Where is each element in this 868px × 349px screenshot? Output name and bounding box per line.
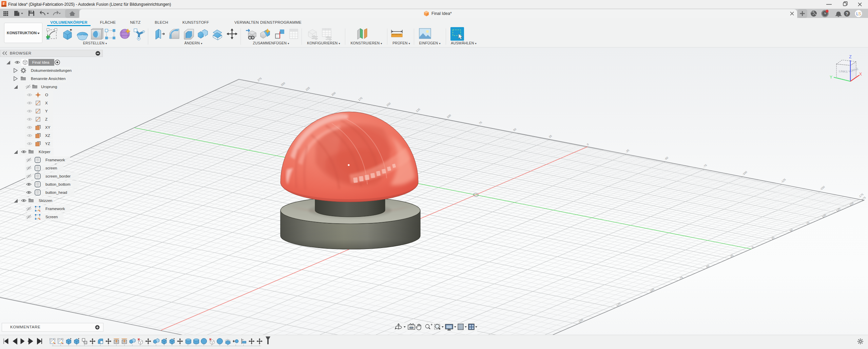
svg-text:-25: -25 — [729, 253, 734, 259]
svg-text:200: 200 — [331, 91, 336, 97]
svg-text:125: 125 — [835, 207, 841, 212]
svg-text:Y: Y — [45, 109, 48, 113]
svg-text:XZ: XZ — [45, 134, 50, 138]
svg-text:Framework: Framework — [45, 207, 65, 211]
svg-text:-100: -100 — [649, 288, 655, 293]
svg-text:S: S — [858, 12, 861, 16]
svg-text:YZ: YZ — [45, 142, 50, 146]
svg-text:-75: -75 — [702, 163, 708, 168]
svg-text:25: 25 — [548, 134, 553, 139]
svg-text:Ursprung: Ursprung — [41, 85, 57, 89]
svg-text:50: 50 — [513, 127, 517, 132]
svg-text:275: 275 — [257, 77, 262, 82]
svg-text:Z: Z — [45, 117, 47, 121]
svg-text:175: 175 — [358, 96, 363, 102]
svg-text:X: X — [859, 72, 862, 77]
svg-text:225: 225 — [305, 86, 310, 91]
svg-text:button_bottom: button_bottom — [45, 182, 71, 186]
svg-text:75: 75 — [478, 121, 483, 125]
svg-text:-150: -150 — [819, 185, 826, 191]
svg-text:-50: -50 — [705, 264, 710, 269]
svg-text:-125: -125 — [780, 178, 787, 184]
svg-text:F: F — [3, 2, 5, 6]
svg-text:0: 0 — [751, 246, 754, 249]
svg-text:XY: XY — [45, 125, 51, 129]
svg-text:LINKS: LINKS — [839, 69, 848, 74]
svg-text:screen: screen — [45, 166, 57, 170]
svg-text:-25: -25 — [625, 148, 630, 153]
svg-text:Z: Z — [849, 55, 851, 59]
svg-text:100: 100 — [446, 114, 451, 119]
svg-text:Benannte Ansichten: Benannte Ansichten — [31, 77, 65, 81]
svg-text:-50: -50 — [664, 156, 669, 161]
svg-text:150: 150 — [386, 102, 391, 107]
svg-text:Screen: Screen — [45, 215, 58, 219]
svg-text:Skizzen: Skizzen — [39, 199, 52, 203]
svg-text:Framework: Framework — [45, 158, 65, 162]
svg-text:125: 125 — [415, 107, 421, 113]
svg-text:0: 0 — [586, 143, 589, 146]
svg-text:Y: Y — [830, 75, 832, 80]
svg-text:Dokumenteinstellungen: Dokumenteinstellungen — [31, 68, 72, 73]
svg-text:button_head: button_head — [45, 190, 67, 194]
svg-text:-100: -100 — [741, 170, 748, 176]
svg-text:Körper: Körper — [39, 150, 51, 154]
svg-text:X: X — [45, 101, 48, 105]
svg-text:Final Idea: Final Idea — [32, 60, 50, 64]
svg-text:?: ? — [846, 11, 848, 16]
svg-text:250: 250 — [280, 81, 286, 87]
svg-text:screen_border: screen_border — [45, 174, 71, 178]
svg-text:-75: -75 — [678, 275, 683, 281]
svg-text:O: O — [45, 93, 48, 97]
